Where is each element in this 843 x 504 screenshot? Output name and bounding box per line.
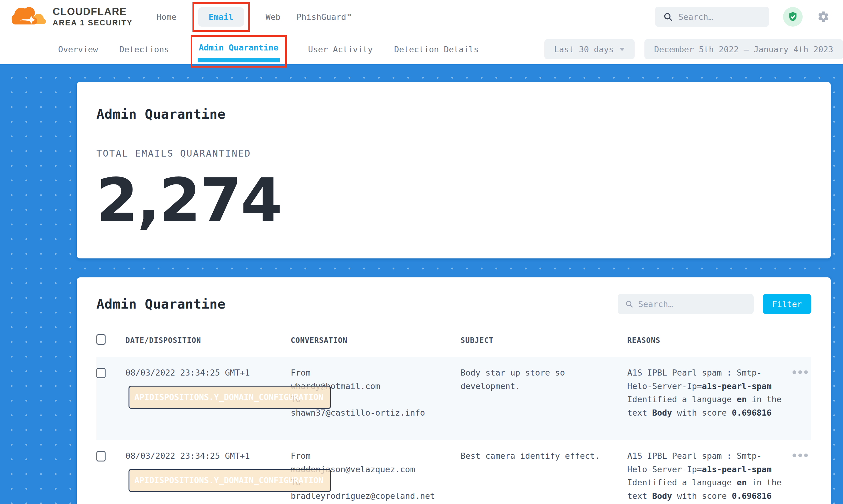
quarantine-table-card: Admin Quarantine Filter DATE/DISPOSITION… [77,277,831,504]
table-card-title: Admin Quarantine [96,296,226,312]
nav-item-phishguard[interactable]: PhishGuard™ [297,12,351,22]
subnav-right: Last 30 days December 5th 2022 — January… [544,39,843,59]
header-right [655,7,830,27]
select-all-checkbox[interactable] [96,334,106,345]
quarantine-summary-card: Admin Quarantine TOTAL EMAILS QUARANTINE… [77,82,831,258]
search-icon [625,300,633,309]
tab-user-activity[interactable]: User Activity [308,44,373,54]
nav-item-email[interactable]: Email [198,7,244,26]
disposition-badge: APIDISPOSITIONS.Y_DOMAIN_CONFIGURATION [128,469,331,492]
table-header-row: DATE/DISPOSITION CONVERSATION SUBJECT RE… [96,334,811,357]
row-actions-menu-icon[interactable] [792,453,811,504]
row-checkbox[interactable] [96,368,106,378]
filter-button[interactable]: Filter [763,294,811,314]
period-label: Last 30 days [554,44,614,54]
cell-reasons: A1S IPBL Pearl spam : Smtp-Helo-Server-I… [627,366,792,427]
table-controls: Filter [618,294,811,314]
row-actions-menu-icon[interactable] [792,370,811,427]
main-nav: Home Email Web PhishGuard™ [157,4,351,30]
cloudflare-logo[interactable]: CLOUDFLARE AREA 1 SECURITY [11,5,133,29]
logo-subtitle: AREA 1 SECURITY [53,18,133,27]
table-row[interactable]: 08/03/2022 23:34:25 GMT+1 From whardy@ho… [96,357,811,440]
search-icon [663,12,673,22]
cell-subject: Best camera identify effect. [460,449,627,504]
date-range-display[interactable]: December 5th 2022 — January 4th 2023 [645,39,843,59]
column-header-date-disposition[interactable]: DATE/DISPOSITION [125,336,291,345]
top-header: CLOUDFLARE AREA 1 SECURITY Home Email We… [0,0,843,34]
row-checkbox[interactable] [96,451,106,462]
table-row[interactable]: 08/03/2022 23:34:25 GMT+1 From maddenjas… [96,440,811,504]
date-range-label: December 5th 2022 — January 4th 2023 [654,44,833,54]
active-tab-underline [198,58,280,62]
column-header-subject[interactable]: SUBJECT [460,336,627,345]
table-card-header: Admin Quarantine Filter [96,294,811,314]
tab-overview[interactable]: Overview [58,44,98,54]
nav-item-home[interactable]: Home [157,12,177,22]
nav-item-web[interactable]: Web [266,12,281,22]
settings-gear-icon[interactable] [817,10,830,23]
column-header-reasons[interactable]: REASONS [627,336,792,345]
shield-check-icon [787,11,798,23]
summary-card-title: Admin Quarantine [96,106,811,122]
metric-value: 2,274 [96,169,811,232]
global-search-input[interactable] [679,12,761,22]
email-subnav: Overview Detections Admin Quarantine Use… [0,34,843,64]
period-dropdown[interactable]: Last 30 days [544,39,635,59]
cloudflare-cloud-icon [11,5,48,29]
content-area: Admin Quarantine TOTAL EMAILS QUARANTINE… [0,64,843,504]
table-search-input[interactable] [638,300,746,309]
disposition-badge: APIDISPOSITIONS.Y_DOMAIN_CONFIGURATION [128,386,331,409]
cell-subject: Body star up store so development. [460,366,627,427]
tab-detections[interactable]: Detections [119,44,169,54]
page: CLOUDFLARE AREA 1 SECURITY Home Email We… [0,0,843,504]
tab-detection-details[interactable]: Detection Details [394,44,478,54]
global-search[interactable] [655,7,769,27]
logo-text: CLOUDFLARE AREA 1 SECURITY [53,6,133,27]
metric-label: TOTAL EMAILS QUARANTINED [96,148,811,159]
cell-reasons: A1S IPBL Pearl spam : Smtp-Helo-Server-I… [627,449,792,504]
admin-quarantine-annotation-box: Admin Quarantine [191,35,287,68]
logo-title: CLOUDFLARE [53,6,133,17]
email-annotation-box: Email [192,2,250,32]
chevron-down-icon [619,48,625,51]
from-label: From [291,366,451,380]
from-label: From [291,449,451,463]
protection-status-badge[interactable] [783,7,803,26]
table-search[interactable] [618,294,754,314]
tab-admin-quarantine[interactable]: Admin Quarantine [199,43,278,52]
column-header-conversation[interactable]: CONVERSATION [291,336,460,345]
